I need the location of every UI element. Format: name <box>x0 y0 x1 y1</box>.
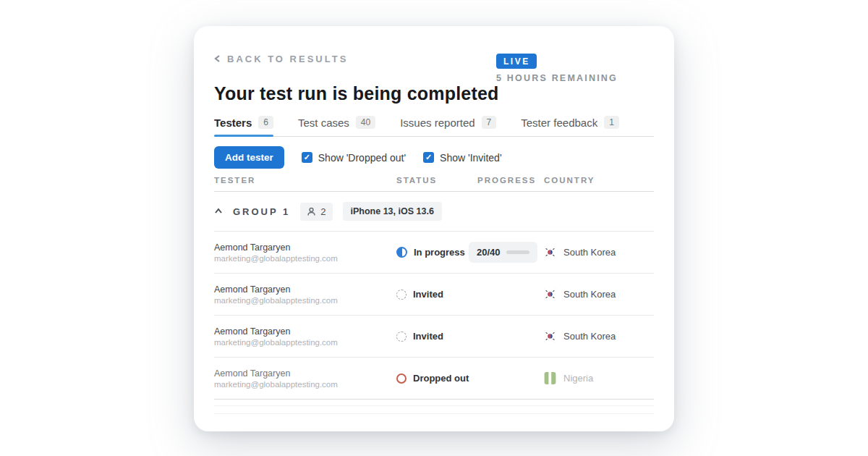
country-label: South Korea <box>563 289 616 300</box>
tabs-divider <box>214 136 654 137</box>
tab-testers-count: 6 <box>258 116 273 129</box>
tester-email: marketing@globalapptesting.com <box>214 254 396 263</box>
tester-cell: Aemond Targaryen marketing@globalapptest… <box>214 368 396 389</box>
column-header-tester: TESTER <box>214 176 396 185</box>
progress-pill: 20/40 <box>469 242 537 263</box>
show-invited-label[interactable]: Show 'Invited' <box>440 152 502 164</box>
tester-email: marketing@globalapptesting.com <box>214 380 396 389</box>
tester-name: Aemond Targaryen <box>214 242 396 253</box>
live-status-block: LIVE 5 HOURS REMAINING <box>496 54 618 83</box>
time-remaining-label: 5 HOURS REMAINING <box>496 73 618 83</box>
table-row[interactable]: Aemond Targaryen marketing@globalapptest… <box>214 316 654 357</box>
status-label: Invited <box>413 331 443 342</box>
south-korea-flag-icon <box>544 246 556 258</box>
collapsed-row-edge <box>214 405 654 406</box>
status-in-progress-icon <box>396 247 407 258</box>
add-tester-button[interactable]: Add tester <box>214 146 284 169</box>
progress-ratio: 20/40 <box>477 247 501 258</box>
checkbox-checked-icon[interactable]: ✓ <box>302 152 312 163</box>
status-invited-icon <box>396 290 407 300</box>
tab-test-cases-count: 40 <box>356 116 375 129</box>
tab-tester-feedback-label: Tester feedback <box>521 117 597 129</box>
person-icon <box>307 207 316 216</box>
status-label: Invited <box>413 289 443 300</box>
live-badge: LIVE <box>496 54 537 69</box>
status-cell: Dropped out <box>396 373 477 384</box>
progress-cell: 20/40 <box>477 242 544 263</box>
status-dropped-out-icon <box>396 373 407 384</box>
tab-testers-label: Testers <box>214 117 252 129</box>
group-label: GROUP 1 <box>233 206 290 217</box>
table-header-row: TESTER STATUS PROGRESS COUNTRY <box>214 176 654 191</box>
status-invited-icon <box>396 332 407 342</box>
column-header-country: COUNTRY <box>544 176 654 185</box>
table-row[interactable]: Aemond Targaryen marketing@globalapptest… <box>214 358 654 399</box>
back-to-results-link[interactable]: BACK TO RESULTS <box>214 54 348 64</box>
toolbar: Add tester ✓ Show 'Dropped out' ✓ Show '… <box>214 146 654 169</box>
tester-cell: Aemond Targaryen marketing@globalapptest… <box>214 284 396 305</box>
country-label: South Korea <box>563 247 616 258</box>
show-dropped-out-checkbox[interactable]: ✓ Show 'Dropped out' <box>302 152 406 164</box>
tester-name: Aemond Targaryen <box>214 326 396 337</box>
column-header-status: STATUS <box>396 176 477 185</box>
back-to-results-label: BACK TO RESULTS <box>227 54 348 64</box>
collapsed-row-edge <box>214 413 654 414</box>
country-label: South Korea <box>563 331 616 342</box>
tester-cell: Aemond Targaryen marketing@globalapptest… <box>214 242 396 263</box>
group-device-chip: iPhone 13, iOS 13.6 <box>343 202 442 221</box>
south-korea-flag-icon <box>544 330 556 342</box>
status-cell: Invited <box>396 289 477 300</box>
tester-email: marketing@globalapptesting.com <box>214 338 396 347</box>
tab-tester-feedback[interactable]: Tester feedback 1 <box>521 116 619 136</box>
tab-test-cases-label: Test cases <box>298 117 349 129</box>
show-dropped-out-label[interactable]: Show 'Dropped out' <box>318 152 406 164</box>
checkbox-checked-icon[interactable]: ✓ <box>423 152 434 163</box>
status-cell: Invited <box>396 331 477 342</box>
column-header-progress: PROGRESS <box>477 176 544 185</box>
country-label: Nigeria <box>563 373 593 384</box>
group-header-row[interactable]: GROUP 1 2 iPhone 13, iOS 13.6 <box>214 192 654 231</box>
south-korea-flag-icon <box>544 288 556 300</box>
country-cell: South Korea <box>544 330 654 342</box>
table-row[interactable]: Aemond Targaryen marketing@globalapptest… <box>214 274 654 315</box>
country-cell: Nigeria <box>544 372 654 384</box>
tester-name: Aemond Targaryen <box>214 284 396 295</box>
chevron-left-icon <box>214 55 221 62</box>
tester-cell: Aemond Targaryen marketing@globalapptest… <box>214 326 396 347</box>
status-label: In progress <box>414 247 465 258</box>
tab-test-cases[interactable]: Test cases 40 <box>298 116 375 136</box>
tab-bar: Testers 6 Test cases 40 Issues reported … <box>214 116 654 136</box>
table-row[interactable]: Aemond Targaryen marketing@globalapptest… <box>214 232 654 273</box>
tab-issues-reported[interactable]: Issues reported 7 <box>400 116 496 136</box>
country-cell: South Korea <box>544 288 654 300</box>
tab-issues-reported-label: Issues reported <box>400 117 475 129</box>
tester-email: marketing@globalapptesting.com <box>214 296 396 305</box>
nigeria-flag-icon <box>544 372 556 384</box>
row-divider <box>214 399 654 400</box>
status-cell: In progress <box>396 247 477 258</box>
tab-tester-feedback-count: 1 <box>604 116 619 129</box>
tab-testers[interactable]: Testers 6 <box>214 116 273 136</box>
page-title: Your test run is being completed <box>214 83 654 104</box>
country-cell: South Korea <box>544 246 654 258</box>
status-label: Dropped out <box>413 373 469 384</box>
test-run-card: BACK TO RESULTS LIVE 5 HOURS REMAINING Y… <box>194 26 674 431</box>
chevron-up-icon[interactable] <box>214 207 223 216</box>
tester-name: Aemond Targaryen <box>214 368 396 379</box>
group-member-count: 2 <box>320 206 326 217</box>
tab-issues-reported-count: 7 <box>482 116 497 129</box>
group-member-count-chip: 2 <box>300 203 332 221</box>
show-invited-checkbox[interactable]: ✓ Show 'Invited' <box>423 152 502 164</box>
progress-bar <box>506 250 529 254</box>
